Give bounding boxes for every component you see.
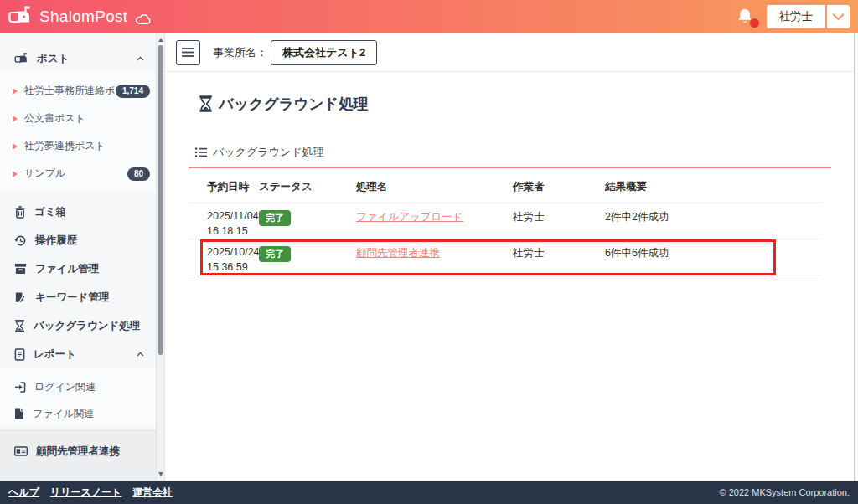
footer-link-release-notes[interactable]: リリースノート [50, 486, 121, 500]
sidebar-item-sample[interactable]: サンプル 80 [0, 160, 156, 188]
sidebar-section-label: ポスト [37, 52, 129, 66]
process-link[interactable]: ファイルアップロード [356, 211, 463, 223]
sidebar-item-keyword-management[interactable]: キーワード管理 [0, 283, 156, 311]
col-header-result: 結果概要 [605, 180, 822, 194]
archive-box-icon [14, 263, 27, 275]
cell-status: 完了 [259, 246, 356, 275]
scroll-down-icon[interactable] [158, 472, 163, 476]
chevron-up-icon [137, 352, 144, 357]
status-badge: 完了 [259, 246, 291, 262]
sidebar-item-label: 社労夢連携ポスト [24, 139, 106, 153]
app-header: ShalomPost 社労士 [0, 0, 858, 33]
sidebar-item-label: 操作履歴 [35, 234, 156, 248]
cell-worker: 社労士 [513, 246, 605, 275]
mailbox-icon [14, 53, 29, 65]
logo-text: ShalomPost [39, 8, 127, 26]
hourglass-icon [14, 320, 25, 332]
hamburger-icon [182, 48, 194, 57]
sidebar-item-sharoushi-post[interactable]: 社労士事務所連絡ポスト 1,714 [0, 77, 156, 105]
cell-result: 2件中2件成功 [605, 210, 822, 239]
background-processing-card: バックグラウンド処理 予約日時 ステータス 処理名 作業者 結果概要 2025/… [189, 145, 831, 275]
sidebar-item-trash[interactable]: ゴミ箱 [0, 198, 156, 226]
notification-bell[interactable] [737, 8, 755, 26]
file-icon [14, 408, 24, 419]
sidebar-section-report[interactable]: レポート [0, 340, 156, 368]
chevron-down-icon [833, 13, 844, 21]
caret-right-icon [13, 88, 18, 95]
cell-status: 完了 [259, 210, 356, 239]
sidebar-item-label: 顧問先管理者連携 [36, 445, 120, 459]
sidebar-item-client-admin-link[interactable]: 顧問先管理者連携 [0, 438, 156, 465]
col-header-status: ステータス [259, 180, 356, 194]
card-header: バックグラウンド処理 [189, 145, 831, 167]
topbar: 事業所名： 株式会社テスト2 [165, 33, 858, 72]
trash-icon [14, 206, 26, 219]
id-card-icon [14, 446, 28, 456]
sidebar-item-label: ゴミ箱 [34, 205, 156, 219]
footer-link-help[interactable]: ヘルプ [8, 486, 39, 500]
page-title: バックグラウンド処理 [189, 94, 858, 114]
sidebar-item-file-management[interactable]: ファイル管理 [0, 255, 156, 283]
cell-process: ファイルアップロード [356, 210, 513, 239]
notification-dot [750, 18, 759, 28]
sidebar-item-label: 公文書ポスト [24, 111, 85, 126]
caret-right-icon [13, 171, 18, 177]
chevron-up-icon [137, 56, 144, 61]
sidebar-item-label: ファイル管理 [35, 262, 156, 276]
sidebar-item-sharoumu-post[interactable]: 社労夢連携ポスト [0, 132, 156, 160]
table-row-highlighted: 2025/10/24 15:36:59 完了 顧問先管理者連携 社労士 6件中6… [189, 239, 822, 275]
menu-toggle-button[interactable] [176, 40, 200, 65]
footer-link-company[interactable]: 運営会社 [132, 486, 173, 500]
cell-worker: 社労士 [513, 210, 605, 239]
history-icon [14, 234, 27, 247]
user-menu-caret-button[interactable] [827, 5, 850, 28]
cell-result: 6件中6件成功 [605, 246, 822, 275]
main-scrollbar[interactable] [854, 33, 858, 481]
login-icon [14, 382, 26, 393]
caret-right-icon [13, 116, 18, 122]
count-badge: 1,714 [116, 85, 150, 98]
hourglass-icon [199, 95, 213, 112]
sidebar-item-file-related[interactable]: ファイル関連 [0, 400, 156, 427]
copyright-text: © 2022 MKSystem Corporation. [720, 487, 850, 497]
sidebar-item-koubunsho-post[interactable]: 公文書ポスト [0, 105, 156, 132]
card-title: バックグラウンド処理 [213, 145, 323, 160]
pen-icon [14, 291, 27, 304]
sidebar-item-label: キーワード管理 [35, 291, 156, 305]
status-badge: 完了 [259, 210, 291, 226]
scrollbar-thumb[interactable] [158, 45, 163, 355]
process-link[interactable]: 顧問先管理者連携 [356, 247, 440, 259]
sidebar-item-label: バックグラウンド処理 [34, 319, 156, 333]
app-footer: ヘルプ リリースノート 運営会社 © 2022 MKSystem Corpora… [0, 481, 858, 504]
cell-process: 顧問先管理者連携 [356, 246, 513, 275]
report-icon [14, 348, 25, 361]
cell-datetime: 2025/11/04 16:18:15 [207, 210, 259, 239]
sidebar-item-history[interactable]: 操作履歴 [0, 226, 156, 255]
sidebar-item-login-related[interactable]: ログイン関連 [0, 373, 156, 400]
sidebar: ポスト 社労士事務所連絡ポスト 1,714 公文書ポスト 社労夢連携ポスト サン… [0, 33, 156, 481]
col-header-datetime: 予約日時 [207, 180, 259, 194]
scroll-up-icon[interactable] [158, 38, 163, 42]
sidebar-scrollbar[interactable] [156, 33, 165, 481]
background-process-table: 予約日時 ステータス 処理名 作業者 結果概要 2025/11/04 16:18… [189, 168, 822, 275]
sidebar-item-label: ログイン関連 [34, 380, 96, 394]
caret-right-icon [13, 143, 18, 150]
sidebar-section-post[interactable]: ポスト [0, 45, 156, 72]
main-content: 事業所名： 株式会社テスト2 バックグラウンド処理 [165, 33, 858, 481]
sidebar-item-background-processing[interactable]: バックグラウンド処理 [0, 311, 156, 340]
table-header-row: 予約日時 ステータス 処理名 作業者 結果概要 [189, 168, 822, 203]
office-name-label: 事業所名： [213, 45, 267, 60]
col-header-process: 処理名 [356, 180, 513, 194]
sidebar-section-label: レポート [34, 347, 128, 362]
cloud-icon [135, 13, 152, 25]
office-name-value: 株式会社テスト2 [271, 40, 377, 65]
col-header-worker: 作業者 [513, 180, 605, 194]
sidebar-item-label: ファイル関連 [33, 407, 94, 421]
mailbox-icon [8, 6, 34, 28]
list-icon [195, 147, 207, 157]
app-logo: ShalomPost [8, 6, 152, 28]
cell-datetime: 2025/10/24 15:36:59 [207, 246, 259, 275]
sidebar-item-label: サンプル [24, 167, 65, 181]
table-row: 2025/11/04 16:18:15 完了 ファイルアップロード 社労士 2件… [189, 203, 822, 239]
user-menu-button[interactable]: 社労士 [767, 5, 826, 28]
